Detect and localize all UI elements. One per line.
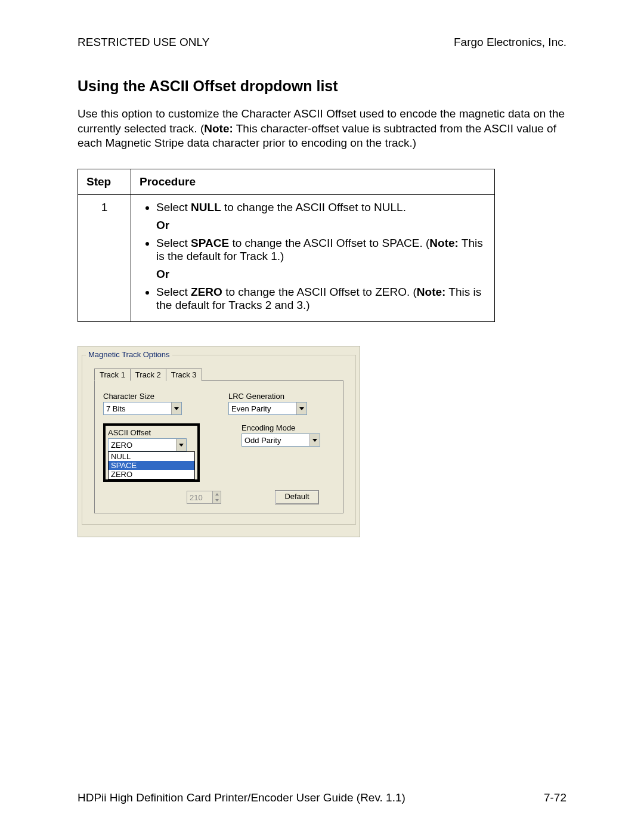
encoding-mode-label: Encoding Mode <box>242 423 325 432</box>
or-1: Or <box>156 219 486 232</box>
chevron-down-icon <box>179 444 184 447</box>
procedure-table: Step Procedure 1 Select NULL to change t… <box>78 169 495 322</box>
t1-post: to change the ASCII Offset to SPACE. ( <box>229 237 429 249</box>
col-procedure: Procedure <box>131 169 495 195</box>
t1-note: Note: <box>429 237 459 249</box>
default-button[interactable]: Default <box>275 490 319 504</box>
tab-track-2[interactable]: Track 2 <box>130 368 166 381</box>
lrc-generation-select[interactable]: Even Parity <box>228 402 307 415</box>
lrc-generation-value: Even Parity <box>229 404 296 413</box>
restricted-label: RESTRICTED USE ONLY <box>78 36 209 49</box>
lrc-generation-label: LRC Generation <box>228 392 312 401</box>
chevron-down-icon <box>312 439 317 442</box>
chevron-down-icon <box>174 407 179 410</box>
proc-item-space: Select SPACE to change the ASCII Offset … <box>156 237 486 281</box>
encoding-mode-arrow[interactable] <box>309 434 320 446</box>
step-number: 1 <box>78 195 131 322</box>
ascii-offset-value: ZERO <box>109 441 176 450</box>
t0-post: to change the ASCII Offset to NULL. <box>221 201 406 213</box>
intro-note-label: Note: <box>204 122 233 135</box>
ascii-offset-option-zero[interactable]: ZERO <box>109 470 194 479</box>
or-2: Or <box>156 268 486 281</box>
footer-right: 7-72 <box>544 791 566 804</box>
ascii-offset-highlight: ASCII Offset ZERO NULL SPACE ZERO <box>103 423 200 482</box>
character-size-value: 7 Bits <box>104 404 171 413</box>
ascii-offset-arrow[interactable] <box>176 439 186 451</box>
lrc-generation-arrow[interactable] <box>296 402 306 414</box>
numeric-spinner[interactable]: 210 <box>187 491 221 504</box>
ascii-offset-select[interactable]: ZERO <box>108 438 187 451</box>
tab-body: Character Size 7 Bits LRC Generation Eve… <box>94 380 343 513</box>
character-size-arrow[interactable] <box>171 402 181 414</box>
lrc-generation-field: LRC Generation Even Parity <box>228 392 312 415</box>
tab-track-1[interactable]: Track 1 <box>94 368 131 381</box>
t0-bold: NULL <box>191 201 221 213</box>
chevron-down-icon <box>299 407 304 410</box>
proc-item-zero: Select ZERO to change the ASCII Offset t… <box>156 286 486 312</box>
col-step: Step <box>78 169 131 195</box>
spinner-value: 210 <box>187 493 212 502</box>
character-size-select[interactable]: 7 Bits <box>103 402 182 415</box>
chevron-down-icon <box>215 499 219 501</box>
encoding-mode-select[interactable]: Odd Parity <box>242 433 320 447</box>
t2-note: Note: <box>417 286 446 298</box>
proc-item-null: Select NULL to change the ASCII Offset t… <box>156 201 486 232</box>
intro-paragraph: Use this option to customize the Charact… <box>78 107 566 151</box>
character-size-label: Character Size <box>103 392 187 401</box>
encoding-mode-value: Odd Parity <box>242 436 309 445</box>
t0-pre: Select <box>156 201 191 213</box>
t2-bold: ZERO <box>191 286 222 298</box>
magnetic-track-options-dialog: Magnetic Track Options Track 1 Track 2 T… <box>78 346 360 537</box>
footer-left: HDPii High Definition Card Printer/Encod… <box>78 791 405 804</box>
character-size-field: Character Size 7 Bits <box>103 392 187 415</box>
ascii-offset-option-null[interactable]: NULL <box>109 452 194 461</box>
spinner-down[interactable] <box>212 497 221 503</box>
fieldset-legend: Magnetic Track Options <box>86 350 172 359</box>
t2-pre: Select <box>156 286 191 298</box>
procedure-cell: Select NULL to change the ASCII Offset t… <box>131 195 495 322</box>
spinner-up[interactable] <box>212 491 221 497</box>
encoding-mode-field: Encoding Mode Odd Parity <box>242 423 325 447</box>
ascii-offset-option-space[interactable]: SPACE <box>109 461 194 470</box>
t2-post: to change the ASCII Offset to ZERO. ( <box>222 286 417 298</box>
t1-bold: SPACE <box>191 237 229 249</box>
ascii-offset-label: ASCII Offset <box>108 428 195 437</box>
tab-track-3[interactable]: Track 3 <box>166 368 202 381</box>
ascii-offset-dropdown-list[interactable]: NULL SPACE ZERO <box>108 451 195 479</box>
t1-pre: Select <box>156 237 191 249</box>
page-title: Using the ASCII Offset dropdown list <box>78 78 566 95</box>
company-label: Fargo Electronics, Inc. <box>454 36 566 49</box>
chevron-up-icon <box>215 493 219 496</box>
